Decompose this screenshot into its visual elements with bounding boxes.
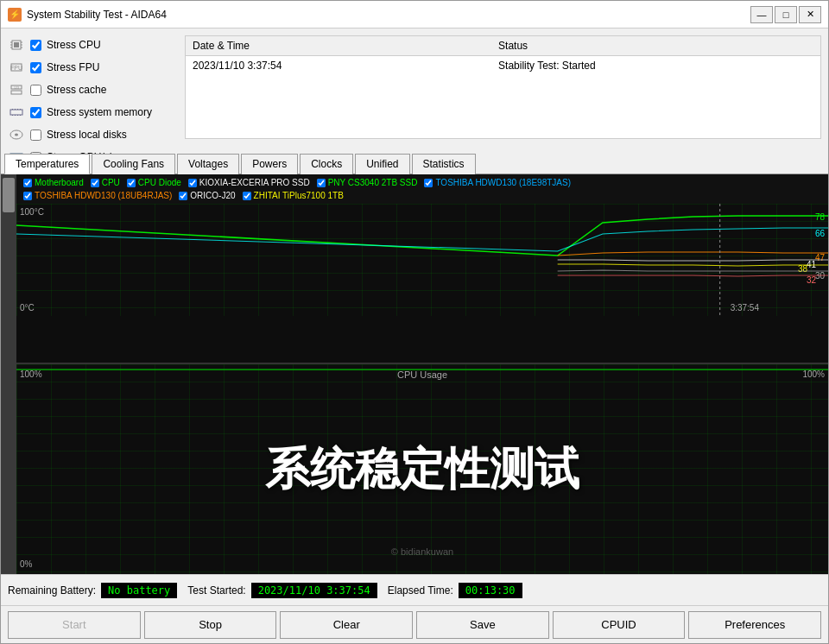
preferences-button[interactable]: Preferences <box>688 611 821 639</box>
test-started-value: 2023/11/10 3:37:54 <box>251 583 377 598</box>
maximize-button[interactable]: □ <box>775 6 797 23</box>
top-section: Stress CPU FPU Stress FPU <box>1 28 828 154</box>
svg-text:FPU: FPU <box>10 65 22 71</box>
window-title: System Stability Test - AIDA64 <box>27 9 167 21</box>
disk-icon <box>8 128 25 142</box>
fpu-icon: FPU <box>8 60 25 74</box>
close-button[interactable]: ✕ <box>799 6 821 23</box>
cpu-icon <box>8 38 25 52</box>
battery-value: No battery <box>101 583 177 598</box>
svg-rect-13 <box>10 110 22 115</box>
col-datetime: Date & Time <box>186 36 491 56</box>
legend-label-orico: ORICO-J20 <box>190 191 235 200</box>
svg-rect-1 <box>14 42 19 47</box>
cpu-usage-chart: CPU Usage 系统稳定性测试 © bidiankuwan 100% 100… <box>16 364 828 574</box>
cpu-copyright: © bidiankuwan <box>391 546 453 557</box>
legend-label-cpu-diode: CPU Diode <box>138 178 181 187</box>
legend-label-zhitai: ZHITAI TiPlus7100 1TB <box>254 191 344 200</box>
col-status: Status <box>491 36 820 56</box>
legend-zhitai: ZHITAI TiPlus7100 1TB <box>243 191 344 200</box>
chart-area: Motherboard CPU CPU Diode <box>1 174 828 574</box>
tab-temperatures[interactable]: Temperatures <box>4 154 90 174</box>
start-button[interactable]: Start <box>8 611 141 639</box>
legend-label-toshiba1: TOSHIBA HDWD130 (18E98TJAS) <box>435 178 571 187</box>
chart-legend-row1: Motherboard CPU CPU Diode <box>16 174 828 191</box>
legend-label-toshiba2: TOSHIBA HDWD130 (18UB4RJAS) <box>35 191 172 200</box>
svg-rect-21 <box>20 115 21 116</box>
tab-unified[interactable]: Unified <box>355 154 409 174</box>
test-started-info: Test Started: 2023/11/10 3:37:54 <box>187 583 377 598</box>
stress-cache-checkbox[interactable] <box>30 85 41 96</box>
title-bar: ⚡ System Stability Test - AIDA64 — □ ✕ <box>1 1 828 28</box>
stress-disks-label: Stress local disks <box>47 129 127 141</box>
cache-icon: 123 <box>8 83 25 97</box>
stress-fpu-row: FPU Stress FPU <box>8 58 171 77</box>
stop-button[interactable]: Stop <box>144 611 277 639</box>
status-row-1: 2023/11/10 3:37:54 Stability Test: Start… <box>186 56 820 76</box>
legend-motherboard: Motherboard <box>23 178 84 187</box>
svg-rect-16 <box>17 109 18 110</box>
stress-options-panel: Stress CPU FPU Stress FPU <box>1 28 178 154</box>
legend-label-cpu: CPU <box>102 178 120 187</box>
temperature-chart: Motherboard CPU CPU Diode <box>16 174 828 364</box>
save-button[interactable]: Save <box>416 611 549 639</box>
window-body: Stress CPU FPU Stress FPU <box>1 28 828 643</box>
battery-info: Remaining Battery: No battery <box>8 583 177 598</box>
stress-cache-row: 123 Stress cache <box>8 80 171 99</box>
stress-memory-checkbox[interactable] <box>30 107 41 118</box>
minimize-button[interactable]: — <box>750 6 773 23</box>
cpuid-button[interactable]: CPUID <box>553 611 686 639</box>
svg-rect-11 <box>11 91 22 94</box>
legend-cpu-diode: CPU Diode <box>127 178 181 187</box>
button-bar: Start Stop Clear Save CPUID Preferences <box>1 605 828 643</box>
svg-point-23 <box>15 134 18 136</box>
stress-memory-row: Stress system memory <box>8 103 171 122</box>
tab-clocks[interactable]: Clocks <box>300 154 353 174</box>
legend-label-kioxia: KIOXIA-EXCERIA PRO SSD <box>199 178 310 187</box>
test-started-label: Test Started: <box>187 584 245 597</box>
stress-fpu-checkbox[interactable] <box>30 62 41 73</box>
elapsed-value: 00:13:30 <box>459 583 522 598</box>
left-scrollbar[interactable] <box>1 174 16 574</box>
bottom-info-bar: Remaining Battery: No battery Test Start… <box>1 574 828 605</box>
tab-cooling-fans[interactable]: Cooling Fans <box>92 154 175 174</box>
svg-rect-15 <box>15 109 16 110</box>
legend-orico: ORICO-J20 <box>179 191 235 200</box>
elapsed-label: Elapsed Time: <box>388 584 453 597</box>
stress-memory-label: Stress system memory <box>47 106 152 118</box>
tab-statistics[interactable]: Statistics <box>412 154 476 174</box>
clear-button[interactable]: Clear <box>280 611 413 639</box>
memory-icon <box>8 105 25 119</box>
tab-powers[interactable]: Powers <box>241 154 298 174</box>
svg-rect-20 <box>17 115 18 116</box>
legend-pny: PNY CS3040 2TB SSD <box>317 178 418 187</box>
stress-cpu-row: Stress CPU <box>8 35 171 54</box>
battery-label: Remaining Battery: <box>8 584 96 597</box>
main-window: ⚡ System Stability Test - AIDA64 — □ ✕ <box>0 0 829 644</box>
svg-rect-14 <box>12 109 13 110</box>
stress-disks-row: Stress local disks <box>8 125 171 144</box>
status-datetime: 2023/11/10 3:37:54 <box>186 56 491 76</box>
stress-cpu-checkbox[interactable] <box>30 40 41 51</box>
status-panel: Date & Time Status 2023/11/10 3:37:54 St… <box>178 28 828 154</box>
tab-bar: Temperatures Cooling Fans Voltages Power… <box>1 154 828 174</box>
cpu-chart-title: CPU Usage <box>397 369 447 380</box>
stress-disks-checkbox[interactable] <box>30 129 41 141</box>
cpu-watermark: 系统稳定性测试 <box>265 439 579 500</box>
legend-label-pny: PNY CS3040 2TB SSD <box>328 178 418 187</box>
svg-rect-18 <box>12 115 13 116</box>
stress-cache-label: Stress cache <box>47 84 106 96</box>
legend-kioxia: KIOXIA-EXCERIA PRO SSD <box>188 178 310 187</box>
tab-voltages[interactable]: Voltages <box>177 154 239 174</box>
title-bar-left: ⚡ System Stability Test - AIDA64 <box>8 8 167 22</box>
stress-cpu-label: Stress CPU <box>47 39 101 51</box>
chart-legend-row2: TOSHIBA HDWD130 (18UB4RJAS) ORICO-J20 ZH… <box>16 191 828 204</box>
svg-text:123: 123 <box>14 86 19 90</box>
legend-toshiba2: TOSHIBA HDWD130 (18UB4RJAS) <box>23 191 172 200</box>
legend-label-motherboard: Motherboard <box>35 178 84 187</box>
status-table: Date & Time Status 2023/11/10 3:37:54 St… <box>185 35 821 139</box>
scrollbar-thumb[interactable] <box>3 178 15 212</box>
svg-rect-19 <box>15 115 16 116</box>
app-icon: ⚡ <box>8 8 22 22</box>
status-text: Stability Test: Started <box>491 56 820 76</box>
